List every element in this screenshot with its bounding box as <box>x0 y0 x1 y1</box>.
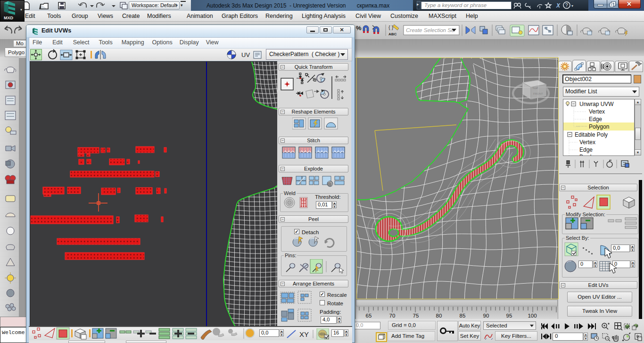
svg-text:▾: ▾ <box>571 4 573 8</box>
svg-text:70: 70 <box>389 313 396 318</box>
svg-text:FRONT: FRONT <box>533 92 543 95</box>
svg-text:XY: XY <box>299 330 309 338</box>
svg-text:UV: UV <box>241 51 250 58</box>
svg-text:Create Selection Se: Create Selection Se <box>406 27 454 33</box>
svg-text:90: 90 <box>483 313 489 318</box>
svg-text:{ }: { } <box>388 24 394 30</box>
svg-text:TOP: TOP <box>532 87 538 90</box>
svg-text:85: 85 <box>460 313 466 318</box>
svg-text:80: 80 <box>436 313 442 318</box>
svg-text:75: 75 <box>413 313 419 318</box>
svg-text:100: 100 <box>528 313 537 318</box>
svg-text:X: X <box>556 2 561 9</box>
svg-text:?: ? <box>565 3 568 8</box>
svg-text:%: % <box>356 24 362 32</box>
svg-text:95: 95 <box>506 313 512 318</box>
svg-text:65: 65 <box>366 313 372 318</box>
svg-text:ABC: ABC <box>388 32 397 36</box>
